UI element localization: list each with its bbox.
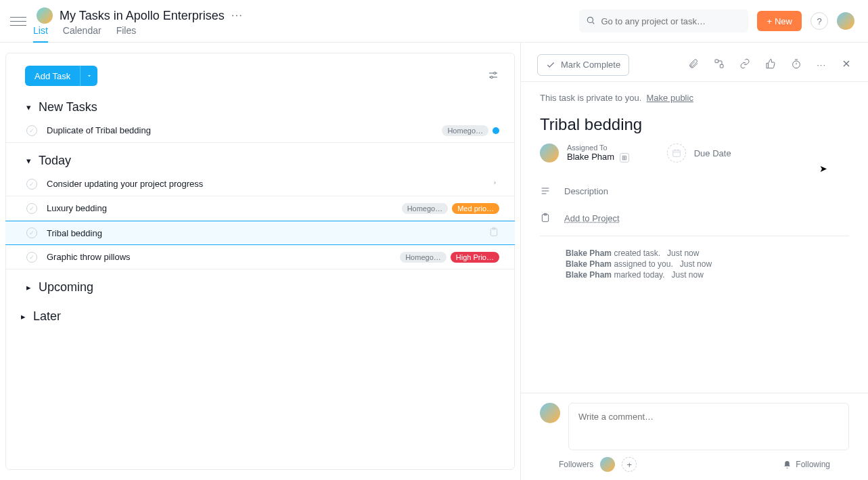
caret-down-icon: ▾ [26,102,35,112]
project-tag[interactable]: Homego… [442,125,488,136]
add-follower-button[interactable]: + [622,457,637,472]
title-more-icon[interactable]: ··· [231,9,243,22]
section-title: Upcoming [39,280,93,294]
task-name: Duplicate of Tribal bedding [47,125,442,135]
subtask-icon[interactable] [714,58,725,71]
detail-task-title[interactable]: Tribal bedding [521,103,868,144]
close-icon[interactable] [841,58,852,71]
privacy-text: This task is private to you. [540,93,641,103]
filter-icon[interactable] [487,69,499,83]
clipboard-icon [540,213,551,223]
svg-point-3 [494,72,496,74]
add-project-link: Add to Project [564,213,620,223]
new-button[interactable]: + New [757,11,802,31]
comment-avatar [540,403,560,423]
section-upcoming[interactable]: ▸ Upcoming [6,269,514,299]
section-today[interactable]: ▾ Today [6,143,514,172]
following-label: Following [796,460,830,469]
section-title: Later [33,309,61,324]
link-icon[interactable] [739,58,750,71]
due-date[interactable]: Due Date [667,144,731,162]
calendar-icon [667,144,686,162]
svg-point-0 [588,17,593,22]
bell-icon [783,460,792,469]
task-name: Luxury bedding [47,203,402,213]
page-title: My Tasks in Apollo Enterprises [60,9,225,23]
assignee-avatar [540,144,559,162]
check-icon[interactable]: ✓ [26,125,37,136]
task-row[interactable]: ✓ Consider updating your project progres… [6,172,514,196]
followers-label: Followers [559,460,593,469]
check-icon[interactable]: ✓ [26,203,37,214]
check-icon[interactable]: ✓ [26,179,37,190]
svg-line-1 [593,22,595,24]
task-row-selected[interactable]: ✓ Tribal bedding [5,221,515,245]
add-task-button[interactable]: Add Task [25,66,80,86]
section-new-tasks[interactable]: ▾ New Tasks [6,89,514,118]
svg-rect-8 [715,60,718,63]
check-icon[interactable]: ✓ [26,227,37,238]
task-row[interactable]: ✓ Graphic throw pillows Homego… High Pri… [6,245,514,269]
description-field[interactable]: Description [521,177,868,204]
svg-point-5 [490,76,493,78]
section-title: New Tasks [39,100,97,114]
svg-rect-9 [720,64,723,68]
user-avatar[interactable] [837,12,854,30]
new-button-label: New [775,16,792,26]
tab-files[interactable]: Files [116,25,137,43]
caret-right-icon: ▸ [26,282,35,292]
task-row[interactable]: ✓ Duplicate of Tribal bedding Homego… [6,118,514,143]
details-icon[interactable] [488,227,499,240]
section-title: Today [39,154,71,168]
tab-list[interactable]: List [33,25,48,43]
comment-input[interactable] [568,403,849,450]
mark-complete-label: Mark Complete [561,60,620,70]
check-icon[interactable]: ✓ [26,252,37,263]
check-icon [546,60,555,70]
chevron-right-icon [491,179,499,189]
priority-tag[interactable]: Med prio… [452,203,499,214]
following-toggle[interactable]: Following [783,460,830,469]
search-icon [586,16,595,27]
task-row[interactable]: ✓ Luxury bedding Homego… Med prio… [6,196,514,221]
workspace-avatar[interactable] [37,7,53,24]
due-label: Due Date [694,148,731,158]
timer-icon[interactable] [791,58,802,71]
org-icon: ⊞ [620,153,629,162]
like-icon[interactable] [765,58,776,71]
divider [540,236,849,236]
attachment-icon[interactable] [688,58,699,71]
svg-rect-15 [672,150,680,156]
task-name: Graphic throw pillows [47,252,400,262]
priority-tag[interactable]: High Prio… [451,252,499,263]
more-icon[interactable]: ··· [817,60,826,70]
hamburger-menu[interactable] [10,13,26,29]
task-name: Consider updating your project progress [47,179,491,189]
activity-log: Blake Pham created task.Just now Blake P… [521,242,868,286]
status-dot-icon [493,127,499,134]
add-to-project[interactable]: Add to Project [521,204,868,232]
project-tag[interactable]: Homego… [402,203,449,214]
assigned-label: Assigned To [567,144,629,152]
follower-avatar[interactable] [600,457,615,472]
description-placeholder: Description [564,186,608,196]
task-name: Tribal bedding [47,228,488,238]
assigned-value: Blake Pham [567,152,614,162]
add-task-dropdown[interactable] [80,66,97,86]
project-tag[interactable]: Homego… [400,252,447,263]
search-input[interactable] [579,9,748,32]
assigned-to[interactable]: Assigned To Blake Pham ⊞ [540,144,629,162]
description-icon [540,186,551,196]
caret-down-icon: ▾ [26,156,35,166]
caret-right-icon: ▸ [21,311,29,322]
section-later[interactable]: ▸ Later [6,299,514,328]
chevron-down-icon [86,72,93,79]
mark-complete-button[interactable]: Mark Complete [537,54,629,76]
tab-calendar[interactable]: Calendar [63,25,101,43]
plus-icon: + [767,16,772,26]
make-public-link[interactable]: Make public [647,93,693,103]
help-button[interactable]: ? [810,12,828,30]
